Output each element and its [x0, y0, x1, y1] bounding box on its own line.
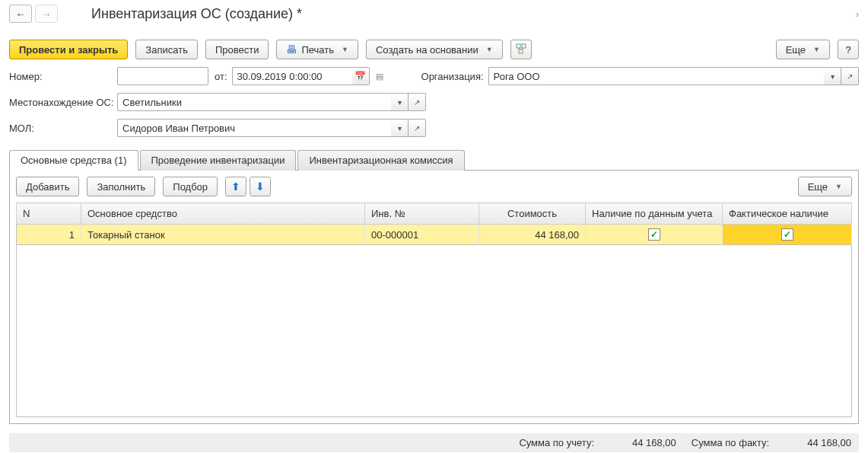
- nav-forward-button[interactable]: →: [35, 5, 58, 23]
- dropdown-caret-icon: ▼: [813, 46, 820, 53]
- structure-button[interactable]: [510, 40, 532, 59]
- add-button[interactable]: Добавить: [16, 177, 79, 196]
- recorded-total-value: 44 168,00: [632, 437, 676, 448]
- create-based-on-button[interactable]: Создать на основании ▼: [366, 40, 503, 59]
- tab-more-button[interactable]: Еще ▼: [798, 177, 852, 196]
- help-button[interactable]: ?: [838, 40, 859, 59]
- tab-fixed-assets[interactable]: Основные средства (1): [9, 150, 138, 171]
- arrow-up-icon: ⬆: [231, 180, 240, 193]
- print-label: Печать: [301, 44, 334, 56]
- tab-inventory-process[interactable]: Проведение инвентаризации: [140, 150, 297, 171]
- tab-content: Добавить Заполнить Подбор ⬆ ⬇ Еще ▼ N Ос…: [9, 171, 859, 424]
- number-input[interactable]: [117, 67, 208, 85]
- location-input[interactable]: Светильники: [117, 93, 391, 111]
- arrow-right-icon: →: [42, 8, 52, 20]
- cell-cost[interactable]: 44 168,00: [479, 225, 586, 245]
- printer-icon: 🖶: [286, 43, 297, 56]
- cell-inv-no[interactable]: 00-000001: [365, 225, 479, 245]
- location-dropdown-button[interactable]: ▾: [391, 93, 409, 111]
- org-dropdown-button[interactable]: ▾: [824, 67, 841, 85]
- arrow-down-icon: ⬇: [256, 180, 265, 193]
- dropdown-caret-icon: ▼: [342, 46, 348, 53]
- recorded-total-label: Сумма по учету:: [519, 437, 594, 448]
- location-field-group: Светильники ▾ ↗: [117, 93, 426, 111]
- svg-rect-0: [517, 44, 520, 48]
- create-based-on-label: Создать на основании: [376, 44, 479, 56]
- cell-actual[interactable]: ✓: [723, 225, 852, 245]
- totals-bar: Сумма по учету: 44 168,00 Сумма по факту…: [9, 433, 859, 452]
- nav-back-button[interactable]: ←: [9, 5, 32, 23]
- mol-open-button[interactable]: ↗: [409, 119, 426, 137]
- tab-more-label: Еще: [808, 181, 828, 193]
- cell-asset[interactable]: Токарный станок: [81, 225, 365, 245]
- more-label: Еще: [786, 44, 806, 56]
- open-icon: ↗: [414, 124, 420, 132]
- assets-table: N Основное средство Инв. № Стоимость Нал…: [16, 203, 852, 245]
- print-button[interactable]: 🖶 Печать ▼: [276, 40, 358, 59]
- save-button[interactable]: Записать: [135, 40, 198, 59]
- svg-rect-2: [519, 49, 523, 53]
- form-row-number: Номер: от: 30.09.2019 0:00:00 📅 ▤ Органи…: [9, 67, 859, 85]
- dropdown-caret-icon: ▼: [486, 46, 493, 53]
- list-mode-icon[interactable]: ▤: [376, 72, 383, 81]
- table-row[interactable]: 1 Токарный станок 00-000001 44 168,00 ✓ …: [17, 225, 852, 245]
- date-field-group: 30.09.2019 0:00:00 📅: [232, 67, 370, 85]
- org-label: Организация:: [421, 71, 484, 82]
- chevron-down-icon: ▾: [398, 98, 402, 107]
- arrow-left-icon: ←: [16, 8, 26, 20]
- mol-label: МОЛ:: [9, 123, 117, 134]
- col-recorded-presence[interactable]: Наличие по данным учета: [586, 203, 723, 225]
- table-empty-area[interactable]: [16, 245, 852, 417]
- move-up-button[interactable]: ⬆: [225, 177, 246, 196]
- open-icon: ↗: [414, 98, 420, 107]
- top-nav: ← → Инвентаризация ОС (создание) * ›: [9, 5, 859, 23]
- check-icon: ✓: [648, 228, 660, 241]
- org-input[interactable]: Рога ООО: [488, 67, 824, 85]
- calendar-icon: 📅: [355, 71, 366, 81]
- more-button[interactable]: Еще ▼: [776, 40, 830, 59]
- page-title: Инвентаризация ОС (создание) *: [91, 6, 302, 22]
- actual-total-value: 44 168,00: [807, 437, 851, 448]
- location-label: Местонахождение ОС:: [9, 97, 117, 108]
- tab-commission[interactable]: Инвентаризационная комиссия: [297, 150, 464, 171]
- tab-command-bar: Добавить Заполнить Подбор ⬆ ⬇ Еще ▼: [16, 177, 852, 196]
- chevron-down-icon: ▾: [398, 124, 402, 132]
- form-row-location: Местонахождение ОС: Светильники ▾ ↗: [9, 93, 859, 111]
- mol-input[interactable]: Сидоров Иван Петрович: [117, 119, 391, 137]
- table-header-row: N Основное средство Инв. № Стоимость Нал…: [17, 203, 852, 225]
- post-button[interactable]: Провести: [205, 40, 269, 59]
- mol-dropdown-button[interactable]: ▾: [391, 119, 409, 137]
- col-asset[interactable]: Основное средство: [81, 203, 365, 225]
- tabs: Основные средства (1) Проведение инвента…: [9, 149, 859, 171]
- cell-n[interactable]: 1: [17, 225, 81, 245]
- date-input[interactable]: 30.09.2019 0:00:00: [232, 67, 352, 85]
- svg-rect-1: [522, 44, 526, 48]
- location-open-button[interactable]: ↗: [409, 93, 426, 111]
- calendar-button[interactable]: 📅: [352, 67, 370, 85]
- actual-total-label: Сумма по факту:: [692, 437, 769, 448]
- chevron-down-icon: ▾: [831, 72, 835, 81]
- from-label: от:: [215, 71, 227, 82]
- post-and-close-button[interactable]: Провести и закрыть: [9, 40, 128, 59]
- mol-field-group: Сидоров Иван Петрович ▾ ↗: [117, 119, 426, 137]
- dropdown-caret-icon: ▼: [835, 183, 842, 190]
- org-field-group: Рога ООО ▾ ↗: [488, 67, 859, 85]
- command-bar: Провести и закрыть Записать Провести 🖶 П…: [9, 40, 859, 59]
- pick-button[interactable]: Подбор: [163, 177, 218, 196]
- fill-button[interactable]: Заполнить: [87, 177, 155, 196]
- form-row-mol: МОЛ: Сидоров Иван Петрович ▾ ↗: [9, 119, 859, 137]
- col-actual-presence[interactable]: Фактическое наличие: [723, 203, 852, 225]
- check-icon: ✓: [781, 228, 793, 241]
- hierarchy-icon: [516, 43, 526, 56]
- col-cost[interactable]: Стоимость: [479, 203, 586, 225]
- panel-expand-icon[interactable]: ›: [856, 8, 859, 20]
- number-label: Номер:: [9, 71, 117, 82]
- open-icon: ↗: [847, 72, 853, 81]
- col-inv-no[interactable]: Инв. №: [365, 203, 479, 225]
- move-down-button[interactable]: ⬇: [250, 177, 271, 196]
- col-n[interactable]: N: [17, 203, 81, 225]
- cell-recorded[interactable]: ✓: [586, 225, 723, 245]
- org-open-button[interactable]: ↗: [841, 67, 859, 85]
